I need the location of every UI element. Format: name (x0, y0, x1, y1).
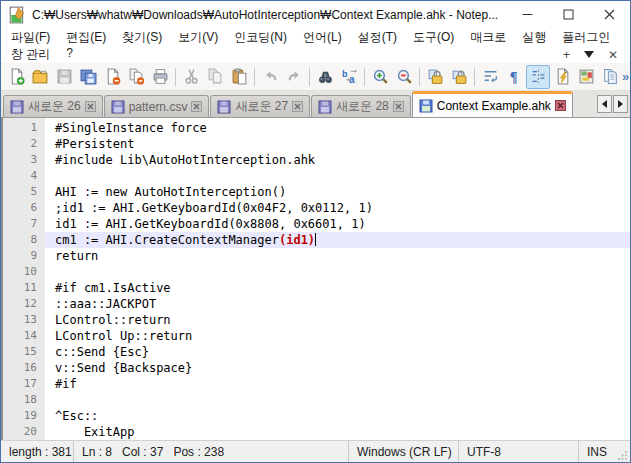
line-text: LControl::return (45, 312, 630, 328)
tab-pattern.csv[interactable]: pattern.csv (104, 95, 210, 117)
paste-button[interactable] (227, 65, 251, 89)
line-text: AHI := new AutoHotInterception() (45, 184, 630, 200)
code-line-13[interactable]: 13LControl::return (3, 312, 630, 328)
line-number: 7 (3, 216, 45, 232)
status-typing-mode[interactable]: INS (579, 441, 614, 462)
code-line-14[interactable]: 14LControl Up::return (3, 328, 630, 344)
function-list-button[interactable] (550, 65, 574, 89)
function-list-icon (554, 68, 571, 85)
tab--27[interactable]: 새로운 27 (210, 95, 310, 117)
indent-guide-button[interactable] (526, 65, 550, 89)
code-line-17[interactable]: 17#if (3, 376, 630, 392)
plus-icon[interactable]: + (563, 50, 570, 60)
code-line-18[interactable]: 18 (3, 392, 630, 408)
undo-button[interactable] (258, 65, 282, 89)
line-number: 1 (3, 120, 45, 136)
notepad-plus-plus-icon (8, 6, 26, 24)
status-cursor-position[interactable]: Ln : 8 Col : 37 Pos : 238 (74, 441, 349, 462)
code-line-5[interactable]: 5AHI := new AutoHotInterception() (3, 184, 630, 200)
status-encoding[interactable]: UTF-8 (459, 441, 579, 462)
code-line-9[interactable]: 9return (3, 248, 630, 264)
status-eol-format[interactable]: Windows (CR LF) (349, 441, 459, 462)
code-line-16[interactable]: 16v::Send {Backspace} (3, 360, 630, 376)
new-file-button[interactable] (4, 65, 28, 89)
line-text: c::Send {Esc} (45, 344, 630, 360)
sync-vertical-scroll-button[interactable] (423, 65, 447, 89)
close-button[interactable] (589, 1, 630, 28)
menu-item-3[interactable]: 보기(V) (170, 28, 226, 47)
dropdown-triangle-icon[interactable] (584, 51, 594, 58)
tab-close-icon[interactable] (191, 101, 202, 112)
left-arrow-icon (602, 100, 607, 108)
maximize-button[interactable] (548, 1, 589, 28)
menu-item-4[interactable]: 인코딩(N) (226, 28, 295, 47)
code-line-1[interactable]: 1#SingleInstance force (3, 120, 630, 136)
print-button[interactable] (148, 65, 172, 89)
menu-item-2[interactable]: 찾기(S) (114, 28, 170, 47)
open-file-button[interactable] (28, 65, 52, 89)
line-text: #if cm1.IsActive (45, 280, 630, 296)
code-editor[interactable]: 1#SingleInstance force2#Persistent3#incl… (1, 117, 630, 440)
code-line-11[interactable]: 11#if cm1.IsActive (3, 280, 630, 296)
menu-item-10[interactable]: 플러그인 (554, 28, 618, 47)
copy-button[interactable] (203, 65, 227, 89)
tab-close-icon[interactable] (85, 101, 96, 112)
cut-button[interactable] (179, 65, 203, 89)
menu-item-1[interactable]: 편집(E) (58, 28, 114, 47)
replace-button[interactable]: ba (337, 65, 361, 89)
notepad-plus-plus-window: C:₩Users₩whatw₩Downloads₩AutoHotIntercep… (0, 0, 631, 463)
line-text: #SingleInstance force (45, 120, 630, 136)
tab--28[interactable]: 새로운 28 (311, 95, 411, 117)
zoom-in-button[interactable] (368, 65, 392, 89)
code-line-4[interactable]: 4 (3, 168, 630, 184)
toolbar-separator (175, 68, 176, 86)
tab-close-icon[interactable] (393, 101, 404, 112)
redo-button[interactable] (282, 65, 306, 89)
menu-item-9[interactable]: 실행 (514, 28, 554, 47)
tab-scroll-right-button[interactable] (613, 95, 628, 113)
menu-item-0[interactable]: 파일(F) (3, 28, 58, 47)
tab--26[interactable]: 새로운 26 (3, 95, 103, 117)
copy-icon (207, 68, 224, 85)
save-all-button[interactable] (76, 65, 100, 89)
tab-context-example.ahk[interactable]: Context Example.ahk (412, 91, 573, 117)
title-bar: C:₩Users₩whatw₩Downloads₩AutoHotIntercep… (1, 1, 630, 28)
tab-close-icon[interactable] (292, 101, 303, 112)
find-button[interactable] (313, 65, 337, 89)
menu-item-row2-0[interactable]: 창 관리 (3, 45, 58, 64)
code-line-8[interactable]: 8cm1 := AHI.CreateContextManager(id1) (3, 232, 630, 248)
document-map-button[interactable] (574, 65, 598, 89)
code-line-3[interactable]: 3#include Lib\AutoHotInterception.ahk (3, 152, 630, 168)
save-button[interactable] (52, 65, 76, 89)
code-line-12[interactable]: 12::aaa::JACKPOT (3, 296, 630, 312)
line-number: 5 (3, 184, 45, 200)
close-all-button[interactable] (124, 65, 148, 89)
tab-scroll-left-button[interactable] (597, 95, 612, 113)
code-line-19[interactable]: 19^Esc:: (3, 408, 630, 424)
toolbar-overflow-chevron[interactable]: » (622, 69, 631, 84)
sync-horizontal-scroll-button[interactable] (447, 65, 471, 89)
document-list-button[interactable] (598, 65, 622, 89)
zoom-out-button[interactable] (392, 65, 416, 89)
toolbar-separator (309, 68, 310, 86)
tab-label: 새로운 28 (336, 98, 389, 115)
code-line-10[interactable]: 10 (3, 264, 630, 280)
code-line-6[interactable]: 6;id1 := AHI.GetKeyboardId(0x04F2, 0x011… (3, 200, 630, 216)
menu-item-6[interactable]: 설정(T) (350, 28, 405, 47)
show-all-characters-button[interactable]: ¶ (502, 65, 526, 89)
menu-item-7[interactable]: 도구(O) (405, 28, 462, 47)
code-line-20[interactable]: 20 ExitApp (3, 424, 630, 440)
menu-item-8[interactable]: 매크로 (462, 28, 514, 47)
code-line-7[interactable]: 7id1 := AHI.GetKeyboardId(0x8808, 0x6601… (3, 216, 630, 232)
line-text: cm1 := AHI.CreateContextManager(id1) (45, 232, 630, 248)
code-line-2[interactable]: 2#Persistent (3, 136, 630, 152)
menu-item-row2-1[interactable]: ? (58, 45, 81, 64)
close-file-button[interactable] (100, 65, 124, 89)
close-x-icon[interactable]: ✕ (608, 48, 618, 62)
menu-item-5[interactable]: 언어(L) (295, 28, 350, 47)
minimize-button[interactable] (507, 1, 548, 28)
code-line-15[interactable]: 15c::Send {Esc} (3, 344, 630, 360)
resize-grip[interactable] (614, 441, 630, 462)
word-wrap-button[interactable] (478, 65, 502, 89)
tab-close-icon[interactable] (555, 100, 566, 111)
